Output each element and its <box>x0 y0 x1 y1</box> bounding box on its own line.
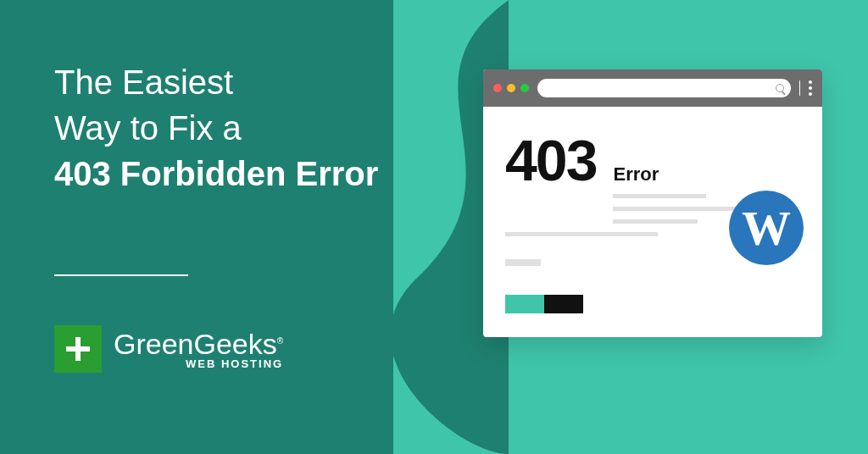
headline-line1: The Easiest <box>54 59 378 105</box>
dark-block <box>544 295 583 313</box>
maximize-dot <box>520 84 529 92</box>
close-dot <box>493 84 502 92</box>
placeholder-line <box>505 259 541 266</box>
placeholder-line <box>505 232 658 236</box>
placeholder-line <box>613 219 698 224</box>
headline-line2: Way to Fix a <box>54 105 378 151</box>
browser-content: 403 Error W <box>483 107 822 257</box>
menu-dots-icon <box>809 80 812 96</box>
chrome-divider <box>799 80 800 96</box>
registered-mark: ® <box>277 336 283 346</box>
plus-icon <box>54 325 102 373</box>
brand-name: GreenGeeks® <box>114 328 283 361</box>
url-bar <box>537 79 791 97</box>
headline-line3: 403 Forbidden Error <box>54 151 378 197</box>
error-code: 403 <box>505 127 596 193</box>
divider <box>54 274 188 276</box>
teal-block <box>505 295 544 313</box>
brand-name-text: GreenGeeks <box>114 328 277 360</box>
wordpress-icon: W <box>729 191 804 265</box>
brand-logo: GreenGeeks® WEB HOSTING <box>54 325 283 373</box>
headline: The Easiest Way to Fix a 403 Forbidden E… <box>54 59 378 197</box>
wp-glyph: W <box>742 200 791 257</box>
bottom-content <box>505 259 583 313</box>
color-blocks <box>505 295 583 313</box>
text-lines <box>613 194 740 224</box>
brand-text: GreenGeeks® WEB HOSTING <box>114 328 283 370</box>
browser-window: 403 Error W <box>483 69 822 337</box>
browser-chrome <box>483 69 822 107</box>
placeholder-line <box>613 207 740 211</box>
error-label: Error <box>613 163 740 185</box>
search-icon <box>776 84 784 92</box>
traffic-lights <box>493 84 529 92</box>
minimize-dot <box>507 84 515 92</box>
placeholder-line <box>613 194 706 198</box>
